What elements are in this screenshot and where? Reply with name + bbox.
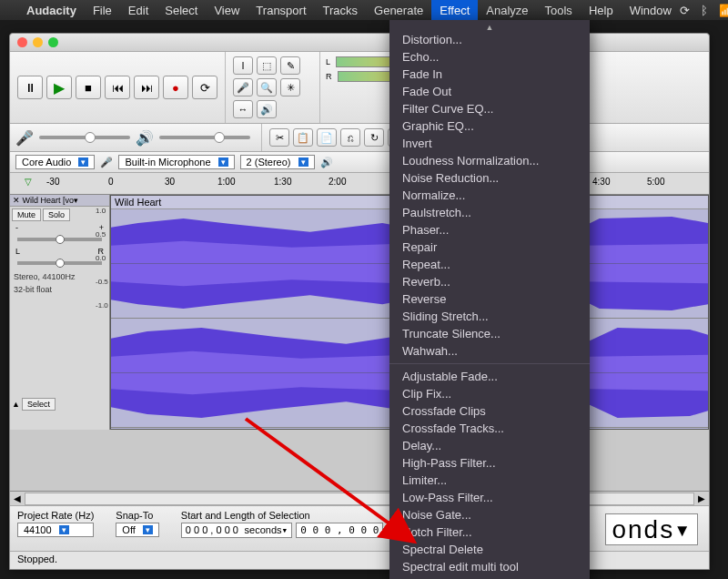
effect-item-repair[interactable]: Repair [389,239,590,256]
envelope-tool[interactable]: ⬚ [257,56,277,75]
cut-button[interactable]: ✂ [269,128,289,147]
skip-end-button[interactable]: ⏭ [134,76,159,99]
play-button[interactable]: ▶ [46,76,72,99]
menu-help[interactable]: Help [581,0,622,20]
effect-item-spectral-edit-multi-tool[interactable]: Spectral edit multi tool [389,558,590,575]
window-titlebar[interactable] [10,34,709,52]
track-menu-icon[interactable]: ▾ [74,196,78,205]
effect-item-loudness-normalization[interactable]: Loudness Normalization... [389,152,590,169]
effect-item-low-pass-filter[interactable]: Low-Pass Filter... [389,489,590,506]
paste-button[interactable]: 📄 [317,128,337,147]
effect-item-reverb[interactable]: Reverb... [389,273,590,290]
speaker-tool-icon[interactable]: 🔊 [257,100,277,118]
recording-volume-slider[interactable] [39,136,130,139]
effect-item-clip-fix[interactable]: Clip Fix... [389,385,590,402]
draw-tool[interactable]: ✎ [280,56,300,75]
effect-item-spectral-edit-parametric-eq[interactable]: Spectral edit parametric EQ... [389,575,590,579]
effect-item-fade-out[interactable]: Fade Out [389,83,590,100]
track-pan-slider[interactable] [17,261,102,265]
menu-view[interactable]: View [206,0,248,20]
effect-item-distortion[interactable]: Distortion... [389,31,590,48]
effect-item-fade-in[interactable]: Fade In [389,66,590,83]
sync-icon[interactable]: ⟳ [680,4,690,17]
close-track-icon[interactable]: ✕ [13,196,20,205]
selection-length-field[interactable]: 0 0 0 , 0 0 0 [296,523,383,538]
snap-to-combo[interactable]: Off▾ [116,523,158,537]
stop-button[interactable]: ■ [76,76,101,99]
effect-item-noise-gate[interactable]: Noise Gate... [389,506,590,523]
effect-item-filter-curve-eq[interactable]: Filter Curve EQ... [389,100,590,117]
zoom-button[interactable] [48,37,58,47]
close-button[interactable] [17,37,27,47]
copy-button[interactable]: 📋 [293,128,313,147]
project-rate-combo[interactable]: 44100▾ [17,523,94,537]
menu-app[interactable]: Audacity [18,0,85,20]
input-device-combo[interactable]: Built-in Microphone▾ [118,155,234,169]
menu-select[interactable]: Select [157,0,206,20]
effect-item-adjustable-fade[interactable]: Adjustable Fade... [389,368,590,385]
solo-button[interactable]: Solo [43,208,70,221]
undo-button[interactable]: ⎌ [340,128,360,147]
scroll-right-icon[interactable]: ▶ [694,493,709,503]
bluetooth-icon[interactable]: ᛒ [701,4,708,17]
pause-button[interactable]: ⏸ [17,76,43,99]
effect-item-phaser[interactable]: Phaser... [389,221,590,239]
effect-item-echo[interactable]: Echo... [389,48,590,66]
effect-item-limiter[interactable]: Limiter... [389,472,590,489]
effect-item-spectral-delete[interactable]: Spectral Delete [389,541,590,558]
menu-transport[interactable]: Transport [248,0,314,20]
effect-item-high-pass-filter[interactable]: High-Pass Filter... [389,454,590,472]
dropdown-scroll-up[interactable]: ▲ [389,24,590,31]
record-button[interactable]: ● [163,76,188,99]
menu-generate[interactable]: Generate [366,0,431,20]
effect-item-paulstretch[interactable]: Paulstretch... [389,204,590,221]
effect-item-crossfade-clips[interactable]: Crossfade Clips [389,402,590,420]
selection-tool[interactable]: I [233,56,253,75]
effect-dropdown: ▲ Distortion...Echo...Fade InFade OutFil… [389,20,590,579]
effect-item-noise-reduction[interactable]: Noise Reduction... [389,169,590,187]
loop-button[interactable]: ⟳ [192,76,217,99]
horizontal-scrollbar[interactable]: ◀ ▶ [10,491,709,505]
multi-tool[interactable]: ✳ [280,78,300,96]
audio-host-combo[interactable]: Core Audio▾ [15,155,95,169]
collapse-track-icon[interactable]: ▲ [12,400,20,409]
playhead-icon[interactable]: ▽ [25,177,32,187]
effect-item-graphic-eq[interactable]: Graphic EQ... [389,117,590,135]
effect-item-notch-filter[interactable]: Notch Filter... [389,523,590,541]
menu-analyze[interactable]: Analyze [478,0,536,20]
effect-item-normalize[interactable]: Normalize... [389,187,590,204]
zoom-tool[interactable]: 🔍 [257,78,277,96]
timeshift-tool[interactable]: ↔ [233,100,253,118]
skip-start-button[interactable]: ⏮ [105,76,130,99]
effect-item-invert[interactable]: Invert [389,135,590,152]
menu-tools[interactable]: Tools [537,0,581,20]
menu-edit[interactable]: Edit [120,0,157,20]
menu-file[interactable]: File [85,0,120,20]
time-display[interactable]: onds▾ [605,513,698,545]
wifi-icon[interactable]: 📶 [719,4,728,17]
scroll-left-icon[interactable]: ◀ [10,493,25,503]
effect-item-wahwah[interactable]: Wahwah... [389,342,590,360]
effect-item-delay[interactable]: Delay... [389,437,590,454]
redo-button[interactable]: ↻ [364,128,384,147]
effect-item-repeat[interactable]: Repeat... [389,256,590,273]
mute-button[interactable]: Mute [12,208,41,221]
effect-item-truncate-silence[interactable]: Truncate Silence... [389,325,590,342]
playback-volume-slider[interactable] [159,136,250,139]
timeline-ruler[interactable]: ▽ -30 0 30 1:00 1:30 2:00 4:30 5:00 [10,173,709,195]
menu-tracks[interactable]: Tracks [315,0,367,20]
select-track-button[interactable]: Select [22,398,56,411]
selection-start-field[interactable]: 0 0 0 , 0 0 0 seconds▾ [181,523,292,538]
effect-item-reverse[interactable]: Reverse [389,290,590,308]
minimize-button[interactable] [33,37,43,47]
menu-window[interactable]: Window [622,0,680,20]
menu-effect[interactable]: Effect [431,0,478,20]
scale-label: 0.0 [96,255,108,262]
channels-combo[interactable]: 2 (Stereo)▾ [240,155,315,169]
track-title[interactable]: ✕ Wild Heart [vo ▾ [10,195,109,207]
effect-item-crossfade-tracks[interactable]: Crossfade Tracks... [389,420,590,437]
main-toolbar: ⏸ ▶ ■ ⏮ ⏭ ● ⟳ I ⬚ ✎ 🎤 🔍 ✳ ↔ 🔊 L R [10,52,709,124]
mic-tool-icon[interactable]: 🎤 [233,78,253,96]
track-gain-slider[interactable] [17,238,102,241]
effect-item-sliding-stretch[interactable]: Sliding Stretch... [389,308,590,325]
